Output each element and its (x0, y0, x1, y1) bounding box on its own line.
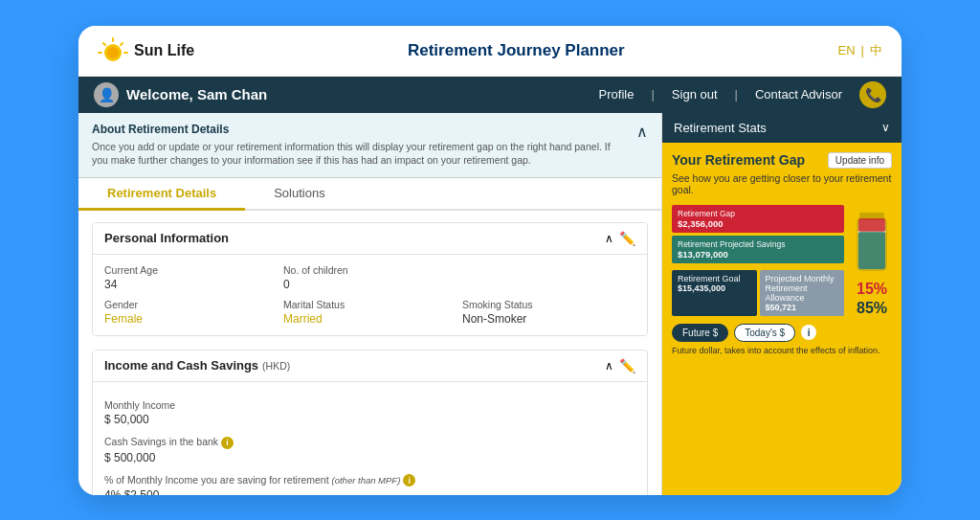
stats-collapse-icon[interactable]: ∨ (881, 121, 890, 134)
smoking-field: Smoking Status Non-Smoker (462, 299, 635, 326)
savings-bar-row: Retirement Projected Savings $13,079,000 (672, 236, 844, 263)
profile-link[interactable]: Profile (599, 87, 635, 102)
smoking-value: Non-Smoker (462, 312, 635, 326)
top-bar: Sun Life Retirement Journey Planner EN |… (78, 26, 902, 77)
form-area: Personal Information ∧ ✏️ Current Age 34 (78, 211, 661, 495)
advisor-link[interactable]: Contact Advisor (755, 87, 842, 102)
svg-line-3 (121, 43, 122, 45)
lang-divider: | (861, 43, 864, 57)
marital-field: Marital Status Married (283, 299, 457, 326)
stats-body: Your Retirement Gap Update info See how … (662, 143, 902, 495)
gap-subtitle: See how you are getting closer to your r… (672, 172, 892, 195)
signout-link[interactable]: Sign out (672, 87, 718, 102)
current-age-label: Current Age (104, 264, 278, 276)
bottom-bars: Retirement Goal $15,435,000 Projected Mo… (672, 270, 844, 316)
chevron-up-icon2: ∧ (605, 232, 613, 245)
phone-button[interactable]: 📞 (859, 81, 886, 108)
lang-en[interactable]: EN (838, 43, 856, 57)
retirement-gap-header: Your Retirement Gap Update info (672, 152, 892, 169)
avatar: 👤 (94, 82, 119, 107)
income-currency: (HKD) (262, 360, 290, 372)
personal-info-card: Personal Information ∧ ✏️ Current Age 34 (92, 222, 648, 336)
marital-value: Married (283, 312, 457, 326)
savings-pct-info-icon[interactable]: i (403, 474, 415, 486)
app-title: Retirement Journey Planner (194, 41, 837, 60)
chevron-up-icon: ∧ (636, 124, 648, 140)
children-label: No. of children (283, 264, 457, 276)
smoking-label: Smoking Status (462, 299, 635, 310)
stats-title: Retirement Stats (674, 121, 767, 135)
today-toggle-button[interactable]: Today's $ (734, 324, 795, 342)
svg-line-4 (103, 43, 105, 45)
savings-pct-field: % of Monthly Income you are saving for r… (104, 474, 635, 495)
about-text: Once you add or update or your retiremen… (92, 140, 629, 168)
svg-point-1 (107, 47, 119, 58)
toggle-row: Future $ Today's $ i (672, 324, 892, 342)
cash-savings-value: $ 500,000 (104, 451, 635, 464)
sunlife-logo-icon (98, 35, 128, 66)
future-toggle-button[interactable]: Future $ (672, 324, 728, 342)
nav-divider2: | (735, 87, 738, 102)
income-card: Income and Cash Savings (HKD) ∧ ✏️ Month… (92, 350, 648, 495)
cash-savings-field: Cash Savings in the bank i $ 500,000 (104, 436, 635, 464)
tab-retirement-details[interactable]: Retirement Details (78, 178, 245, 211)
monthly-income-field: Monthly Income $ 50,000 (104, 399, 635, 426)
gap-percent-row (852, 203, 892, 278)
allowance-label: Projected Monthly Retirement Allowance (766, 274, 839, 303)
personal-info-body: Current Age 34 No. of children 0 Gender … (93, 255, 647, 335)
right-panel: Retirement Stats ∨ Your Retirement Gap U… (662, 113, 902, 495)
goal-label: Retirement Goal (678, 274, 751, 283)
lang-zh[interactable]: 中 (870, 42, 882, 59)
current-age-field: Current Age 34 (104, 264, 278, 291)
tab-solutions[interactable]: Solutions (245, 178, 353, 211)
savings-percent-label: 85% (857, 301, 887, 316)
personal-fields: Current Age 34 No. of children 0 Gender … (104, 264, 635, 326)
allowance-value: $50,721 (766, 303, 839, 312)
children-field: No. of children 0 (283, 264, 457, 291)
tabs-row: Retirement Details Solutions (78, 178, 661, 211)
collapse-button[interactable]: ∧ (636, 123, 648, 141)
gender-value: Female (104, 312, 278, 326)
gap-bar-row: Retirement Gap $2,356,000 (672, 205, 844, 233)
jar-area: 15% 85% (852, 203, 892, 316)
chart-container: Retirement Gap $2,356,000 Retirement Pro… (672, 203, 892, 316)
nav-bar: 👤 Welcome, Sam Chan Profile | Sign out |… (78, 77, 902, 113)
savings-pct-value: 4% $2,500 (104, 488, 635, 494)
edit-income-icon[interactable]: ✏️ (619, 358, 635, 373)
chevron-up-icon3: ∧ (605, 359, 613, 373)
income-header: Income and Cash Savings (HKD) ∧ ✏️ (93, 350, 647, 382)
stats-header: Retirement Stats ∨ (662, 113, 902, 143)
update-info-button[interactable]: Update info (828, 152, 892, 169)
goal-value: $15,435,000 (678, 283, 751, 293)
language-selector[interactable]: EN | 中 (838, 42, 882, 59)
edit-personal-icon[interactable]: ✏️ (619, 231, 635, 246)
income-title: Income and Cash Savings (104, 358, 258, 373)
savings-pct-label: % of Monthly Income you are saving for r… (104, 474, 635, 487)
nav-divider: | (651, 87, 654, 102)
gap-label: Retirement Gap (678, 209, 838, 218)
welcome-text: Welcome, Sam Chan (126, 86, 267, 102)
retirement-gap-title: Your Retirement Gap (672, 152, 805, 168)
personal-info-title: Personal Information (104, 231, 229, 245)
toggle-info-icon[interactable]: i (801, 325, 816, 340)
income-body: Monthly Income $ 50,000 Cash Savings in … (93, 382, 647, 495)
cash-savings-label: Cash Savings in the bank i (104, 436, 635, 449)
gap-value: $2,356,000 (678, 218, 838, 229)
nav-links: Profile | Sign out | Contact Advisor 📞 (599, 81, 886, 108)
gap-bar: Retirement Gap $2,356,000 (672, 205, 844, 233)
logo-text: Sun Life (134, 42, 194, 59)
nav-welcome: 👤 Welcome, Sam Chan (94, 82, 599, 107)
chart-bars: Retirement Gap $2,356,000 Retirement Pro… (672, 205, 844, 316)
gender-label: Gender (104, 299, 278, 310)
savings-bar: Retirement Projected Savings $13,079,000 (672, 236, 844, 263)
allowance-box: Projected Monthly Retirement Allowance $… (760, 270, 845, 316)
jar-icon (852, 203, 892, 278)
main-content: About Retirement Details Once you add or… (78, 113, 902, 495)
monthly-income-value: $ 50,000 (104, 413, 635, 426)
cash-savings-info-icon[interactable]: i (221, 437, 234, 449)
marital-label: Marital Status (283, 299, 457, 310)
about-title: About Retirement Details (92, 123, 629, 136)
gender-field: Gender Female (104, 299, 278, 326)
monthly-income-label: Monthly Income (104, 399, 635, 411)
future-note: Future dollar, takes into account the ef… (672, 346, 892, 355)
